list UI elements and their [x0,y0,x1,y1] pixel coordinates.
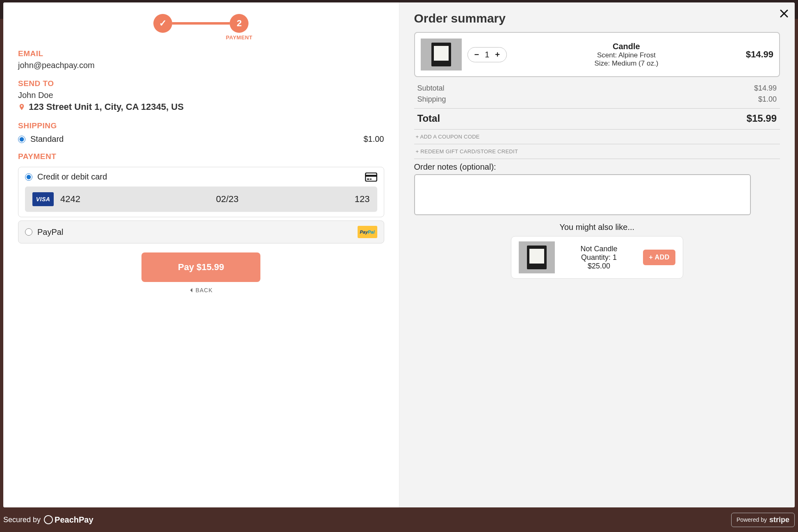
summary-title: Order summary [414,11,780,25]
progress-step-1-done [153,14,172,33]
sendto-heading: SEND TO [18,79,384,88]
close-button[interactable] [780,7,788,20]
item-name: Candle [613,42,640,51]
pay-button[interactable]: Pay $15.99 [141,252,260,282]
payment-radio-card[interactable] [25,173,32,181]
total-value: $15.99 [747,113,777,124]
upsell-name: Not Candle [562,245,636,253]
item-scent: Scent: Alpine Frost [597,51,656,59]
stripe-brand: stripe [769,516,789,524]
upsell-thumbnail [519,241,555,273]
upsell-price: $25.00 [562,262,636,271]
email-heading: EMAIL [18,49,384,58]
peach-icon [43,514,54,525]
upsell-card: Not Candle Quantity: 1 $25.00 + ADD [511,236,683,279]
checkout-modal: 2 PAYMENT EMAIL john@peachpay.com SEND T… [3,2,795,507]
paypal-brand-b: Pal [368,230,375,234]
card-number-field[interactable]: 4242 [60,194,126,205]
email-value: john@peachpay.com [18,61,384,70]
svg-rect-3 [370,178,372,180]
upsell-add-button[interactable]: + ADD [643,250,675,265]
progress-step-2-label: PAYMENT [226,34,253,41]
qty-increase-button[interactable]: + [495,50,500,59]
close-icon [780,9,788,18]
shipping-value: $1.00 [758,95,777,104]
upsell-qty: Quantity: 1 [562,253,636,262]
sendto-address: 123 Street Unit 1, City, CA 12345, US [29,102,184,112]
qty-value: 1 [485,50,489,59]
shipping-label: Shipping [417,95,446,104]
back-label: BACK [196,287,213,293]
card-cvc-field[interactable]: 123 [329,194,370,205]
sendto-address-line: 123 Street Unit 1, City, CA 12345, US [18,102,384,112]
peachpay-logo: PeachPay [44,515,93,525]
subtotal-value: $14.99 [754,84,777,93]
cart-item: − 1 + Candle Scent: Alpine Frost Size: M… [414,32,780,77]
card-expiry-field[interactable]: 02/23 [132,194,322,205]
powered-by-text: Powered by [736,516,767,523]
secured-by-block: Secured by PeachPay [3,515,93,525]
shipping-option-row[interactable]: Standard $1.00 [18,134,384,144]
add-coupon-link[interactable]: + ADD A COUPON CODE [414,129,780,144]
subtotal-label: Subtotal [417,84,445,93]
chevron-left-icon [189,288,193,293]
svg-rect-2 [367,178,369,180]
payment-radio-paypal[interactable] [25,228,32,236]
progress-step-2-current: 2 PAYMENT [230,14,249,33]
total-label: Total [417,113,440,124]
modal-footer: Secured by PeachPay Powered by stripe [3,512,795,528]
powered-by-stripe-badge: Powered by stripe [731,513,795,527]
shipping-option-price: $1.00 [363,134,384,144]
payment-card-label: Credit or debit card [37,172,107,182]
back-button[interactable]: BACK [189,287,213,293]
product-thumbnail [421,39,462,70]
redeem-giftcard-link[interactable]: + REDEEM GIFT CARD/STORE CREDIT [414,144,780,159]
order-notes-label: Order notes (optional): [414,162,780,172]
card-brand-badge: VISA [32,192,54,206]
map-pin-icon [18,102,25,112]
progress-step-2-num: 2 [237,18,242,29]
peachpay-brand: PeachPay [55,515,93,525]
checkout-form-panel: 2 PAYMENT EMAIL john@peachpay.com SEND T… [3,2,399,507]
payment-option-card[interactable]: Credit or debit card VISA 4242 02/23 123 [18,167,384,217]
order-notes-input[interactable] [414,174,751,215]
svg-rect-0 [365,173,377,181]
item-size: Size: Medium (7 oz.) [594,59,658,68]
sendto-name: John Doe [18,91,384,100]
payment-option-paypal[interactable]: PayPal PayPal [18,221,384,243]
paypal-badge-icon: PayPal [358,226,377,238]
shipping-radio-standard[interactable] [18,136,25,143]
upsell-title: You might also like... [414,223,780,232]
payment-paypal-label: PayPal [37,227,63,237]
quantity-stepper: − 1 + [467,47,507,62]
paypal-brand-a: Pay [360,230,368,234]
payment-heading: PAYMENT [18,152,384,161]
card-input-row[interactable]: VISA 4242 02/23 123 [25,186,377,212]
progress-bar [172,22,230,25]
order-summary-panel: Order summary − 1 + Candle Scent: Alpine… [399,2,795,507]
totals-block: Subtotal $14.99 Shipping $1.00 Total $15… [414,83,780,125]
item-price: $14.99 [746,49,773,60]
credit-card-icon [365,173,377,182]
checkout-progress: 2 PAYMENT [18,14,384,33]
qty-decrease-button[interactable]: − [474,50,479,59]
svg-rect-1 [365,175,377,177]
shipping-heading: SHIPPING [18,121,384,130]
secured-by-text: Secured by [3,516,41,524]
shipping-option-label: Standard [30,134,64,144]
